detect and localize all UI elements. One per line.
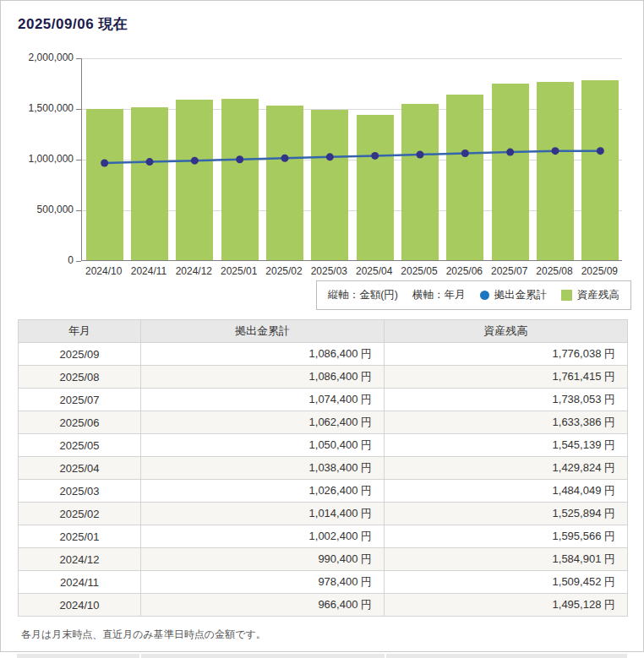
table-row: 2024/11978,400 円1,509,452 円 — [19, 571, 628, 594]
legend-bar-label: 資産残高 — [577, 288, 619, 302]
cell-balance: 1,525,894 円 — [385, 503, 628, 525]
table-row: 2025/071,074,400 円1,738,053 円 — [19, 389, 628, 411]
asset-chart: 2,000,0001,500,0001,000,000500,0000 2024… — [1, 47, 643, 280]
cell-month: 2025/04 — [19, 457, 141, 480]
table-row: 2025/051,050,400 円1,545,139 円 — [19, 434, 628, 457]
x-tick-label: 2025/01 — [214, 265, 264, 277]
table-row: 2025/061,062,400 円1,633,386 円 — [19, 411, 628, 434]
cell-balance: 1,776,038 円 — [385, 343, 628, 366]
table-row: 2025/041,038,400 円1,429,824 円 — [19, 457, 628, 480]
line-marker-2025/08 — [552, 147, 559, 155]
cell-month: 2025/09 — [19, 343, 141, 366]
cell-month: 2025/05 — [19, 434, 141, 457]
cell-month: 2024/12 — [19, 548, 141, 571]
cell-contribution: 978,400 円 — [141, 571, 385, 594]
cell-balance: 1,484,049 円 — [385, 480, 628, 503]
y-tick-label: 2,000,000 — [1, 52, 74, 63]
legend-line-label: 拠出金累計 — [494, 288, 548, 302]
y-tick-label: 1,000,000 — [1, 153, 74, 165]
x-tick-label: 2025/05 — [394, 265, 444, 277]
x-tick-label: 2025/02 — [259, 265, 308, 277]
line-marker-2024/11 — [146, 158, 154, 166]
cell-month: 2025/06 — [19, 411, 141, 434]
table-row: 2024/10966,400 円1,495,128 円 — [19, 594, 628, 617]
cell-balance: 1,633,386 円 — [385, 411, 628, 434]
table-row: 2025/081,086,400 円1,761,415 円 — [19, 366, 628, 389]
cell-month: 2025/07 — [19, 389, 141, 411]
legend-x-axis-note: 横軸：年月 — [412, 288, 466, 302]
legend-item-bar: 資産残高 — [561, 288, 619, 302]
cell-balance: 1,495,128 円 — [385, 594, 628, 617]
line-series-marker-icon — [480, 291, 489, 300]
line-marker-2025/01 — [236, 155, 243, 163]
table-row: 2025/031,026,400 円1,484,049 円 — [19, 480, 628, 503]
x-tick-label: 2024/10 — [79, 265, 128, 277]
line-series — [82, 58, 623, 261]
next-section-cutoff — [17, 654, 627, 658]
col-header-balance: 資産残高 — [385, 320, 628, 343]
legend-item-line: 拠出金累計 — [480, 288, 548, 302]
table-row: 2024/12990,400 円1,584,901 円 — [19, 548, 628, 571]
cell-contribution: 1,050,400 円 — [141, 434, 385, 457]
x-tick-label: 2025/04 — [349, 265, 399, 277]
y-tick-label: 0 — [1, 254, 74, 266]
report-panel: 2025/09/06 現在 2,000,0001,500,0001,000,00… — [0, 0, 644, 652]
line-marker-2025/04 — [371, 152, 379, 160]
cell-balance: 1,509,452 円 — [385, 571, 628, 594]
x-tick-label: 2025/03 — [304, 265, 354, 277]
cell-balance: 1,584,901 円 — [385, 548, 628, 571]
cell-balance: 1,429,824 円 — [385, 457, 628, 480]
line-marker-2025/02 — [281, 155, 289, 162]
cell-contribution: 1,086,400 円 — [141, 366, 385, 389]
col-header-month: 年月 — [19, 320, 141, 343]
bar-series-marker-icon — [561, 290, 572, 301]
table-row: 2025/011,002,400 円1,595,566 円 — [19, 525, 628, 548]
footnote: 各月は月末時点、直近月のみ基準日時点の金額です。 — [21, 628, 266, 642]
cell-month: 2025/03 — [19, 480, 141, 503]
line-marker-2025/07 — [506, 149, 514, 156]
cell-balance: 1,545,139 円 — [385, 434, 628, 457]
page-title: 2025/09/06 現在 — [18, 14, 128, 34]
table-row: 2025/091,086,400 円1,776,038 円 — [19, 343, 628, 366]
cell-balance: 1,738,053 円 — [385, 389, 628, 411]
col-header-contribution: 拠出金累計 — [141, 320, 385, 343]
line-marker-2024/10 — [101, 160, 108, 167]
line-marker-2025/03 — [326, 153, 334, 160]
cell-contribution: 990,400 円 — [141, 548, 385, 571]
cell-contribution: 1,074,400 円 — [141, 389, 385, 411]
cell-contribution: 1,014,400 円 — [141, 503, 385, 525]
y-tick-label: 500,000 — [1, 204, 74, 215]
x-tick-label: 2025/07 — [484, 265, 534, 277]
asset-history-table: 年月 拠出金累計 資産残高 2025/091,086,400 円1,776,03… — [18, 319, 628, 617]
cell-contribution: 1,086,400 円 — [141, 343, 385, 366]
cell-month: 2024/11 — [19, 571, 141, 594]
cell-contribution: 966,400 円 — [141, 594, 385, 617]
cell-balance: 1,595,566 円 — [385, 525, 628, 548]
cell-contribution: 1,062,400 円 — [141, 411, 385, 434]
line-marker-2025/06 — [461, 150, 469, 157]
cell-month: 2025/01 — [19, 525, 141, 548]
x-tick-label: 2025/09 — [575, 265, 625, 277]
cell-month: 2025/02 — [19, 503, 141, 525]
x-tick-label: 2024/11 — [123, 265, 173, 277]
cell-contribution: 1,002,400 円 — [141, 525, 385, 548]
x-tick-label: 2025/06 — [439, 265, 489, 277]
plot-area — [81, 58, 622, 261]
cell-contribution: 1,026,400 円 — [141, 480, 385, 503]
chart-legend: 縦軸：金額(円) 横軸：年月 拠出金累計 資産残高 — [316, 280, 631, 310]
x-tick-label: 2024/12 — [169, 265, 219, 277]
cell-balance: 1,761,415 円 — [385, 366, 628, 389]
y-tick-label: 1,500,000 — [1, 102, 74, 114]
legend-y-axis-note: 縦軸：金額(円) — [328, 288, 398, 302]
line-marker-2025/05 — [417, 150, 424, 158]
cell-month: 2025/08 — [19, 366, 141, 389]
cell-contribution: 1,038,400 円 — [141, 457, 385, 480]
x-tick-label: 2025/08 — [529, 265, 579, 277]
line-marker-2025/09 — [597, 147, 604, 155]
table-row: 2025/021,014,400 円1,525,894 円 — [19, 503, 628, 525]
y-tick-mark — [76, 261, 81, 262]
table-header-row: 年月 拠出金累計 資産残高 — [19, 320, 628, 343]
cell-month: 2024/10 — [19, 594, 141, 617]
line-marker-2024/12 — [191, 157, 199, 165]
